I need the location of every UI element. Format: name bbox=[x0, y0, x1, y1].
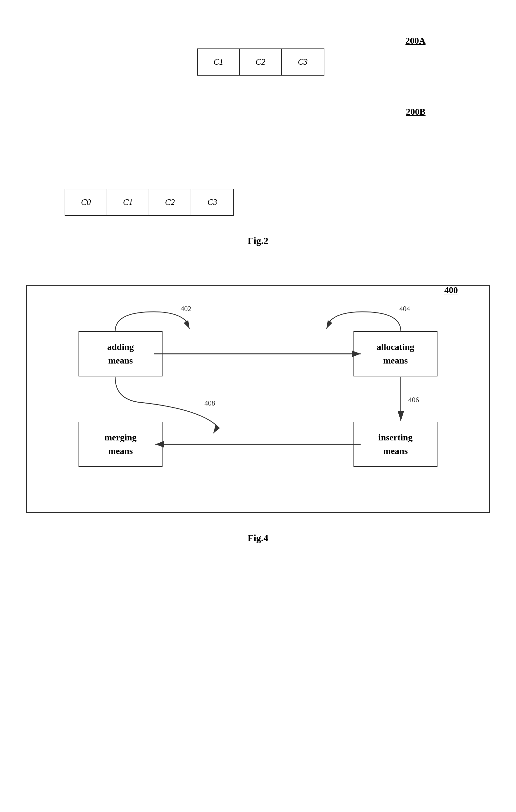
svg-line-2 bbox=[185, 320, 190, 329]
allocating-label1: allocating bbox=[377, 340, 414, 354]
cell-200b-c0: C0 bbox=[65, 190, 107, 215]
fig2-section: 200A C1 C2 C3 200B C0 C1 C2 C3 Fig.2 bbox=[26, 35, 490, 246]
svg-text:402: 402 bbox=[181, 304, 191, 313]
box-adding: adding means bbox=[79, 331, 163, 376]
cell-200b-c1: C1 bbox=[107, 190, 149, 215]
label-200b: 200B bbox=[406, 107, 426, 117]
svg-text:406: 406 bbox=[408, 395, 419, 404]
cell-200a-c3: C3 bbox=[282, 49, 324, 75]
allocating-label2: means bbox=[383, 354, 408, 367]
diagram-200b: C0 C1 C2 C3 bbox=[45, 102, 490, 216]
fig2-caption: Fig.2 bbox=[26, 235, 490, 246]
svg-text:408: 408 bbox=[204, 398, 215, 407]
diagram-400-outer: adding means allocating means merging me… bbox=[26, 285, 490, 513]
diagram-200a: C1 C2 C3 bbox=[116, 35, 490, 76]
page-container: 200A C1 C2 C3 200B C0 C1 C2 C3 Fig.2 400 bbox=[0, 0, 516, 812]
box-allocating: allocating means bbox=[353, 331, 437, 376]
svg-line-4 bbox=[326, 320, 331, 329]
adding-label2: means bbox=[108, 354, 133, 367]
merging-label1: merging bbox=[104, 431, 137, 444]
fig4-caption: Fig.4 bbox=[26, 532, 490, 544]
cell-200b-c3: C3 bbox=[191, 190, 233, 215]
svg-text:404: 404 bbox=[399, 304, 410, 313]
box-merging: merging means bbox=[79, 422, 163, 467]
fig4-section: 400 adding means allocating means mergin… bbox=[26, 285, 490, 544]
diagram-400-content: adding means allocating means merging me… bbox=[53, 306, 463, 486]
cell-200a-c1: C1 bbox=[198, 49, 240, 75]
adding-label1: adding bbox=[107, 340, 134, 354]
cell-200a-c2: C2 bbox=[240, 49, 282, 75]
inserting-label1: inserting bbox=[378, 431, 412, 444]
inserting-label2: means bbox=[383, 444, 408, 458]
cell-200b-c2: C2 bbox=[149, 190, 191, 215]
svg-line-8 bbox=[213, 426, 218, 433]
label-200a: 200A bbox=[405, 35, 426, 46]
box-inserting: inserting means bbox=[353, 422, 437, 467]
merging-label2: means bbox=[108, 444, 133, 458]
